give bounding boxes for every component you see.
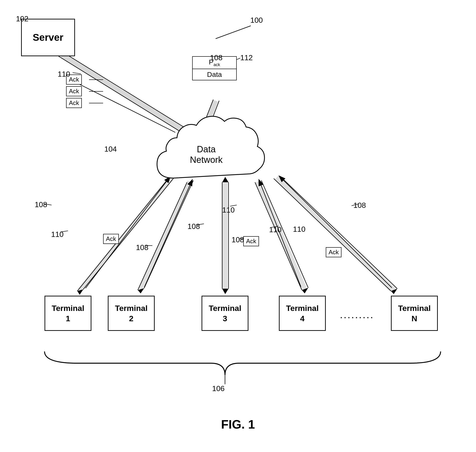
ref-110-left-bottom: 110 [51,230,64,239]
ack-box-t1: Ack [103,234,119,244]
terminal-4-label: Terminal4 [286,303,319,324]
svg-line-25 [138,182,187,290]
svg-line-19 [83,177,174,289]
terminal-n: TerminalN [391,296,438,331]
svg-marker-36 [302,288,308,293]
ref-108-t3t4: 108 [232,235,244,244]
ref-110-center: 110 [222,206,235,214]
svg-line-35 [255,182,302,290]
ref-110-right: 110 [293,225,305,234]
ack-box-2: Ack [66,86,82,96]
svg-line-34 [261,180,308,288]
svg-line-22 [86,177,170,288]
svg-line-4 [216,26,251,39]
svg-line-40 [274,179,391,291]
svg-text:Network: Network [190,155,223,165]
ref-108-right: 108 [353,201,366,210]
svg-marker-21 [77,289,83,295]
ellipsis-dots: ......... [340,309,374,320]
terminal-3: Terminal3 [201,296,248,331]
ref-108-center: 108 [188,222,200,231]
ack-box-3: Ack [66,98,82,108]
terminal-3-label: Terminal3 [208,303,241,324]
ref-108-left: 108 [35,200,47,209]
svg-line-18 [80,178,171,291]
ref-108-t2t3: 108 [136,243,148,252]
ref-110-t4: 110 [269,226,282,234]
ack-box-t3: Ack [243,236,259,246]
svg-text:Data: Data [197,144,216,154]
svg-marker-31 [222,289,228,294]
svg-line-24 [144,180,193,288]
pack-bottom: Data [193,69,236,80]
svg-line-38 [276,178,394,290]
ref-112: 112 [240,53,253,62]
server-label: Server [33,32,64,43]
ref-100: 100 [250,16,263,25]
ref-108-packbox: 108 [210,53,222,62]
ref-110-left: 110 [58,70,70,79]
svg-line-50 [73,73,81,74]
fig-label: FIG. 1 [221,417,255,431]
terminal-2-label: Terminal2 [115,303,147,324]
svg-line-23 [141,182,190,289]
ref-106: 106 [212,384,225,393]
terminal-1-label: Terminal1 [52,303,84,324]
svg-line-33 [258,182,305,289]
server-box: Server [21,19,75,56]
ack-box-tn: Ack [326,247,342,257]
diagram: Server 102 100 Data Network 104 Pack Dat… [0,0,476,452]
diagram-svg [0,0,476,452]
terminal-2: Terminal2 [108,296,155,331]
terminal-n-label: TerminalN [398,303,430,324]
ref-102: 102 [16,14,28,23]
terminal-1: Terminal1 [45,296,91,331]
cloud-shape: Data Network [143,113,269,193]
svg-marker-26 [138,288,144,293]
svg-line-20 [77,179,168,291]
svg-line-27 [144,180,192,287]
ref-104: 104 [104,145,117,153]
svg-marker-41 [391,289,397,294]
terminal-4: Terminal4 [279,296,326,331]
